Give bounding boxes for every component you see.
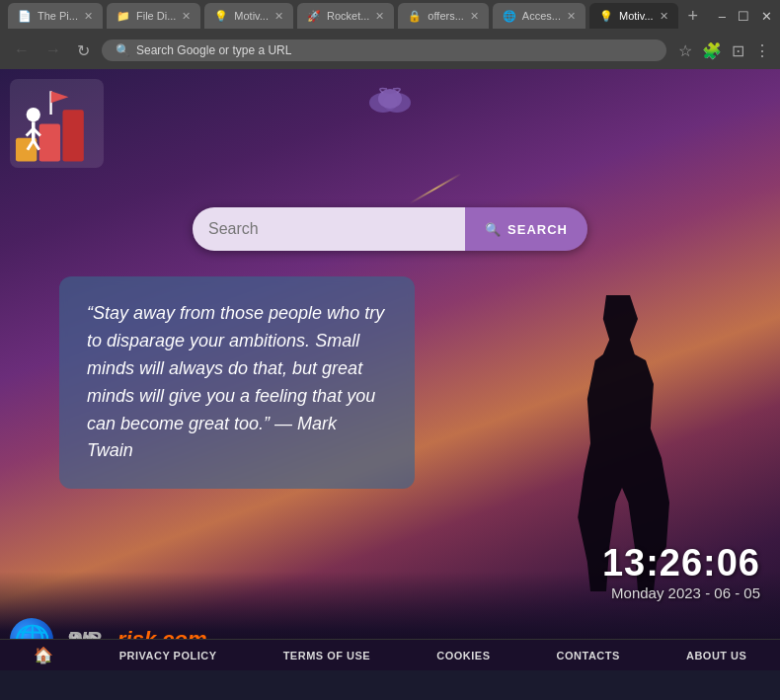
search-container: 🔍 SEARCH (193, 207, 587, 251)
tab-3[interactable]: 💡 Motiv... ✕ (204, 3, 293, 29)
forward-button[interactable]: → (41, 39, 65, 61)
new-tab-button[interactable]: + (682, 6, 705, 27)
tab-6[interactable]: 🌐 Acces... ✕ (493, 3, 585, 29)
tab-1[interactable]: 📄 The Pi... ✕ (8, 3, 103, 29)
footer-contacts[interactable]: CONTACTS (557, 650, 620, 661)
tab-3-close[interactable]: ✕ (274, 10, 283, 23)
tab-2-close[interactable]: ✕ (182, 10, 191, 23)
tab-2[interactable]: 📁 File Di... ✕ (107, 3, 200, 29)
footer-terms-of-use[interactable]: TERMS OF USE (283, 650, 371, 661)
svg-rect-2 (62, 110, 83, 161)
search-input[interactable] (193, 207, 465, 251)
tab-4-favicon: 🚀 (307, 10, 321, 23)
tab-6-label: Acces... (522, 10, 561, 22)
maximize-icon[interactable]: ☐ (738, 9, 749, 24)
address-bar[interactable]: 🔍 Search Google or type a URL (102, 39, 666, 61)
tab-5[interactable]: 🔒 offers... ✕ (398, 3, 488, 29)
footer-home-icon[interactable]: 🏠 (34, 646, 53, 664)
clock-time: 13:26:06 (602, 542, 760, 584)
search-button-label: SEARCH (507, 222, 568, 237)
clock-area: 13:26:06 Monday 2023 - 06 - 05 (602, 542, 760, 601)
svg-marker-10 (51, 91, 69, 103)
refresh-button[interactable]: ↻ (73, 39, 94, 62)
window-controls: – ☐ ✕ (719, 9, 772, 24)
tab-6-favicon: 🌐 (503, 10, 516, 23)
svg-point-3 (27, 108, 40, 121)
tab-7-active[interactable]: 💡 Motiv... ✕ (589, 3, 678, 29)
tab-2-label: File Di... (136, 10, 176, 22)
search-icon: 🔍 (485, 222, 502, 237)
minimize-icon[interactable]: – (719, 9, 726, 24)
footer-nav: 🏠 PRIVACY POLICY TERMS OF USE COOKIES CO… (0, 639, 780, 670)
footer-about-us[interactable]: ABOUT US (686, 650, 746, 661)
profile-icon[interactable]: ⊡ (732, 41, 744, 60)
tab-4-close[interactable]: ✕ (375, 10, 384, 23)
tab-5-close[interactable]: ✕ (470, 10, 479, 23)
tab-4[interactable]: 🚀 Rocket... ✕ (297, 3, 394, 29)
tab-5-label: offers... (428, 10, 463, 22)
search-button[interactable]: 🔍 SEARCH (465, 207, 587, 251)
browser-chrome: 📄 The Pi... ✕ 📁 File Di... ✕ 💡 Motiv... … (0, 0, 780, 69)
back-button[interactable]: ← (10, 39, 34, 61)
quote-text: “Stay away from those people who try to … (87, 300, 387, 465)
tab-7-favicon: 💡 (599, 10, 613, 23)
tab-1-label: The Pi... (38, 10, 78, 22)
close-icon[interactable]: ✕ (761, 9, 772, 24)
main-content: 🔍 SEARCH “Stay away from those people wh… (0, 69, 780, 670)
svg-rect-1 (39, 124, 60, 162)
quote-box: “Stay away from those people who try to … (59, 276, 415, 489)
tab-1-favicon: 📄 (18, 10, 32, 23)
menu-icon[interactable]: ⋮ (754, 41, 770, 60)
tab-7-close[interactable]: ✕ (660, 10, 668, 23)
bookmark-icon[interactable]: ☆ (678, 41, 692, 60)
address-text: Search Google or type a URL (136, 43, 291, 57)
tab-1-close[interactable]: ✕ (84, 10, 93, 23)
tab-6-close[interactable]: ✕ (567, 10, 576, 23)
site-logo (10, 79, 104, 168)
tab-3-label: Motiv... (234, 10, 269, 22)
lock-icon: 🔍 (116, 43, 130, 57)
tab-3-favicon: 💡 (214, 10, 228, 23)
clock-date: Monday 2023 - 06 - 05 (602, 584, 760, 601)
logo-svg (10, 79, 104, 168)
title-bar: 📄 The Pi... ✕ 📁 File Di... ✕ 💡 Motiv... … (0, 0, 780, 32)
tab-7-label: Motiv... (619, 10, 654, 22)
footer-privacy-policy[interactable]: PRIVACY POLICY (119, 650, 217, 661)
nav-bar: ← → ↻ 🔍 Search Google or type a URL ☆ 🧩 … (0, 32, 780, 69)
footer-cookies[interactable]: COOKIES (436, 650, 490, 661)
nav-icons: ☆ 🧩 ⊡ ⋮ (678, 41, 770, 60)
cloud-icon (365, 85, 415, 121)
tab-4-label: Rocket... (327, 10, 369, 22)
extensions-icon[interactable]: 🧩 (702, 41, 722, 60)
tab-5-favicon: 🔒 (408, 10, 422, 23)
tab-2-favicon: 📁 (117, 10, 130, 23)
